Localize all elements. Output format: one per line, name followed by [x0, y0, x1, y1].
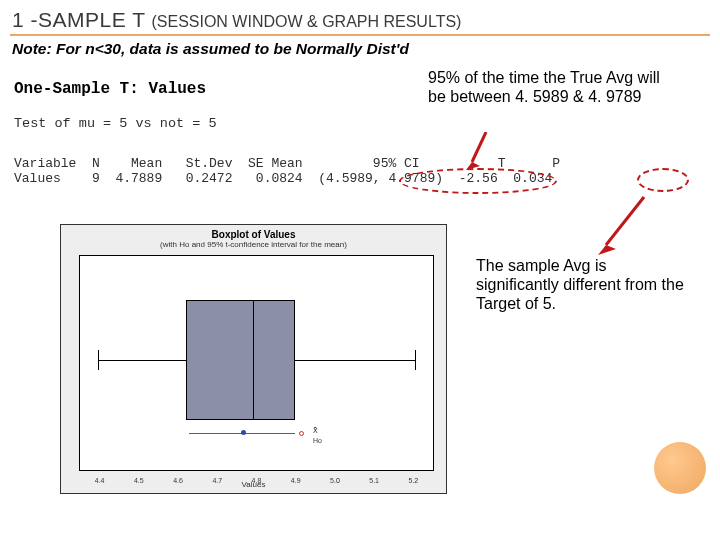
arrow-to-ci-icon — [466, 132, 490, 170]
boxplot-chart: Boxplot of Values (with Ho and 95% t-con… — [60, 224, 447, 494]
ci-annotation: 95% of the time the True Avg will be bet… — [428, 68, 678, 106]
chart-subtitle: (with Ho and 95% t-confidence interval f… — [61, 240, 446, 249]
x-tick: 4.4 — [95, 477, 105, 484]
svg-line-2 — [606, 197, 644, 245]
chart-legend: X̄ Ho — [313, 426, 322, 446]
x-tick: 4.6 — [173, 477, 183, 484]
note-line: Note: For n<30, data is assumed to be No… — [0, 38, 720, 64]
p-annotation: The sample Avg is significantly differen… — [476, 256, 686, 314]
plot-area: X̄ Ho 4.4 4.5 4.6 4.7 4.8 4.9 5.0 5.1 5.… — [79, 255, 434, 471]
arrow-to-p-icon — [596, 195, 646, 255]
x-tick: 5.2 — [408, 477, 418, 484]
svg-marker-1 — [466, 162, 480, 170]
ci-highlight-oval — [399, 168, 557, 194]
x-tick: 4.7 — [212, 477, 222, 484]
title-sub: (SESSION WINDOW & GRAPH RESULTS) — [151, 13, 461, 30]
title-underline — [10, 34, 710, 36]
ho-marker — [299, 431, 304, 436]
whisker-left-cap — [98, 350, 99, 370]
legend-ho: Ho — [313, 436, 322, 446]
title-main: 1 -SAMPLE T — [12, 8, 151, 31]
svg-marker-3 — [598, 245, 616, 255]
x-tick: 4.9 — [291, 477, 301, 484]
content-area: One-Sample T: Values Test of mu = 5 vs n… — [0, 64, 720, 504]
mean-marker — [241, 430, 246, 435]
whisker-right-cap — [415, 350, 416, 370]
session-output-title: One-Sample T: Values — [14, 80, 206, 98]
hypothesis-line: Test of mu = 5 vs not = 5 — [14, 116, 217, 131]
whisker-right — [295, 360, 415, 361]
slide-title: 1 -SAMPLE T (SESSION WINDOW & GRAPH RESU… — [0, 0, 720, 34]
p-highlight-oval — [637, 168, 689, 192]
chart-title: Boxplot of Values — [61, 225, 446, 240]
whisker-left — [98, 360, 186, 361]
decorative-circle-icon — [654, 442, 706, 494]
median-line — [253, 300, 254, 420]
svg-line-0 — [472, 132, 486, 162]
x-tick: 4.5 — [134, 477, 144, 484]
x-tick: 5.1 — [369, 477, 379, 484]
legend-xbar: X̄ — [313, 426, 322, 436]
x-axis-label: Values — [242, 480, 266, 489]
box-iqr — [186, 300, 295, 420]
x-tick: 5.0 — [330, 477, 340, 484]
